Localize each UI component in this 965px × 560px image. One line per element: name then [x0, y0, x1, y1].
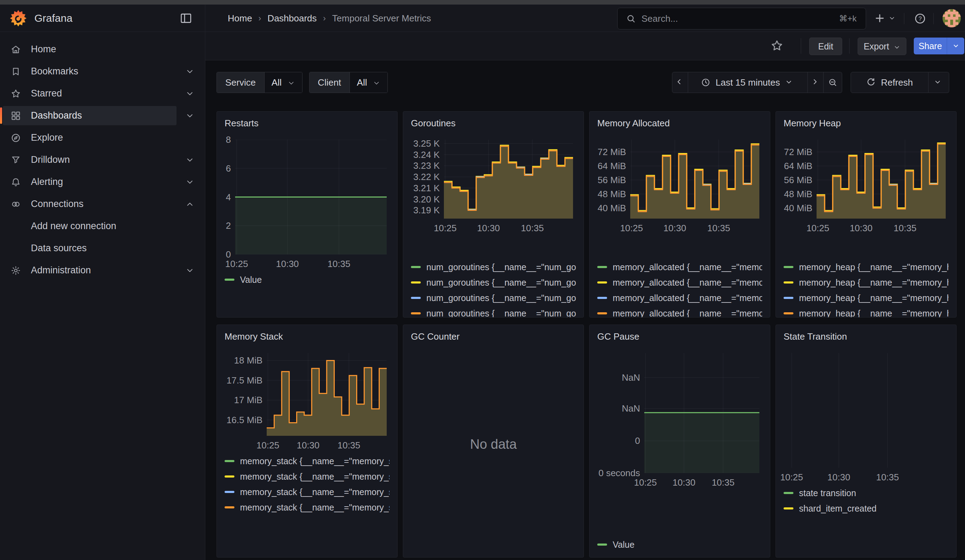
legend-item[interactable]: memory_stack {__name__="memory_s [224, 484, 389, 500]
legend-item[interactable]: num_goroutines {__name__="num_go [411, 305, 576, 317]
search-box[interactable]: ⌘+k [617, 8, 866, 29]
legend-item[interactable]: num_goroutines {__name__="num_go [411, 275, 576, 290]
variable-service[interactable]: ServiceAll [216, 72, 303, 93]
sidebar-item-connections[interactable]: Connections [0, 193, 205, 215]
x-axis: 10:2510:3010:35 [644, 473, 759, 488]
y-axis-label: 48 MiB [784, 189, 812, 200]
legend-item[interactable]: Value [224, 272, 389, 287]
legend-item[interactable]: memory_stack {__name__="memory_s [224, 453, 389, 469]
x-axis: 10:2510:3010:35 [630, 219, 759, 234]
chevron-down-icon[interactable] [185, 178, 195, 187]
legend-item[interactable]: num_goroutines {__name__="num_go [411, 259, 576, 275]
breadcrumb-item[interactable]: Dashboards [267, 13, 317, 24]
x-axis-label: 10:25 [806, 223, 829, 233]
time-range-picker[interactable]: Last 15 minutes [688, 72, 808, 93]
refresh-button[interactable]: Refresh [851, 72, 929, 93]
panel-restarts: Restarts8642010:2510:3010:35Value [216, 111, 397, 318]
favorite-star-icon[interactable] [770, 39, 783, 52]
sidebar-item-dashboards[interactable]: Dashboards [0, 104, 205, 127]
legend-item[interactable]: memory_stack {__name__="memory_s [224, 469, 389, 484]
dock-menu-icon[interactable] [179, 11, 193, 25]
legend-item[interactable]: memory_stack {__name__="memory_s [224, 500, 389, 515]
y-axis: 3.25 K3.24 K3.23 K3.22 K3.21 K3.20 K3.19… [411, 140, 444, 219]
refresh-interval-dropdown[interactable] [929, 72, 949, 93]
search-input[interactable] [641, 13, 839, 24]
chevron-down-icon[interactable] [185, 266, 195, 275]
edit-button[interactable]: Edit [809, 38, 842, 55]
legend-label: num_goroutines {__name__="num_go [426, 262, 576, 272]
panel-title[interactable]: Memory Stack [217, 325, 397, 342]
sidebar-item-explore[interactable]: Explore [0, 127, 205, 149]
legend-label: memory_heap {__name__="memory_h [799, 262, 949, 272]
legend-item[interactable]: num_goroutines {__name__="num_go [411, 290, 576, 305]
os-titlebar [0, 0, 965, 5]
variable-client[interactable]: ClientAll [309, 72, 388, 93]
legend-item[interactable]: memory_allocated {__name__="memo [597, 290, 762, 305]
panel-gc-pause: GC PauseNaNNaN00 seconds10:2510:3010:35V… [589, 325, 770, 558]
y-axis-label: 8 [226, 134, 231, 145]
sidebar-item-home[interactable]: Home [0, 38, 205, 60]
legend-item[interactable]: Value [597, 537, 762, 552]
x-axis-label: 10:30 [828, 472, 850, 483]
refresh-icon [866, 78, 876, 87]
sidebar-item-add-new-connection[interactable]: Add new connection [0, 215, 205, 237]
chevron-down-icon[interactable] [185, 89, 195, 98]
sidebar-item-bookmarks[interactable]: Bookmarks [0, 60, 205, 82]
variable-value: All [272, 77, 282, 88]
variable-value-dropdown[interactable]: All [350, 72, 388, 93]
x-axis: 10:2510:3010:35 [267, 436, 387, 451]
legend-item[interactable]: state transition [783, 485, 949, 501]
share-button[interactable]: Share [914, 38, 947, 54]
panel-title[interactable]: Memory Heap [776, 112, 956, 129]
legend-item[interactable]: memory_allocated {__name__="memo [597, 275, 762, 290]
panel-title[interactable]: GC Pause [589, 325, 770, 342]
chart-svg [444, 140, 573, 219]
panel-title[interactable]: Restarts [217, 112, 397, 129]
chevron-down-icon[interactable] [185, 111, 195, 120]
sidebar-item-data-sources[interactable]: Data sources [0, 237, 205, 259]
chevron-down-icon[interactable] [185, 155, 195, 165]
legend-item[interactable]: memory_heap {__name__="memory_h [783, 275, 949, 290]
legend: Value [597, 537, 762, 557]
legend-label: memory_allocated {__name__="memo [613, 293, 762, 303]
y-axis-label: 56 MiB [784, 175, 812, 186]
sidebar-item-alerting[interactable]: Alerting [0, 171, 205, 193]
sidebar-item-starred[interactable]: Starred [0, 82, 205, 104]
help-icon[interactable]: ? [914, 12, 926, 25]
panel-title[interactable]: Goroutines [403, 112, 584, 129]
legend-item[interactable]: shard_item_created [783, 501, 949, 516]
legend-item[interactable]: memory_heap {__name__="memory_h [783, 290, 949, 305]
sidebar-item-label: Bookmarks [31, 66, 78, 77]
chart-svg [267, 353, 387, 436]
share-dropdown-button[interactable] [947, 38, 964, 54]
legend-item[interactable]: memory_heap {__name__="memory_h [783, 259, 949, 275]
time-back-button[interactable] [672, 72, 688, 93]
y-axis-label: 17.5 MiB [226, 375, 262, 386]
time-forward-button[interactable] [808, 72, 824, 93]
connections-icon [10, 199, 21, 209]
variable-label: Service [217, 72, 264, 93]
refresh-label: Refresh [881, 77, 913, 88]
x-axis-label: 10:35 [876, 472, 899, 483]
legend-item[interactable]: memory_heap {__name__="memory_h [783, 305, 949, 317]
add-button[interactable] [874, 12, 896, 24]
legend-swatch [597, 312, 607, 314]
panel-title[interactable]: GC Counter [403, 325, 584, 342]
legend-item[interactable]: memory_allocated {__name__="memo [597, 259, 762, 275]
sidebar-item-drilldown[interactable]: Drilldown [0, 149, 205, 171]
panel-title[interactable]: State Transition [776, 325, 956, 342]
legend-item[interactable]: memory_allocated {__name__="memo [597, 305, 762, 317]
user-avatar[interactable] [942, 9, 961, 28]
panel-title[interactable]: Memory Allocated [589, 112, 770, 129]
zoom-out-button[interactable] [824, 72, 842, 93]
x-axis: 10:2510:3010:35 [235, 255, 387, 270]
x-axis-label: 10:30 [477, 223, 500, 233]
variable-value-dropdown[interactable]: All [264, 72, 302, 93]
sidebar-nav: HomeBookmarksStarredDashboardsExploreDri… [0, 32, 205, 281]
sidebar-item-administration[interactable]: Administration [0, 259, 205, 281]
export-button[interactable]: Export [858, 38, 906, 55]
drilldown-icon [10, 155, 21, 165]
chevron-up-icon[interactable] [185, 200, 195, 209]
breadcrumb-item[interactable]: Home [228, 13, 252, 24]
chevron-down-icon[interactable] [185, 67, 195, 76]
